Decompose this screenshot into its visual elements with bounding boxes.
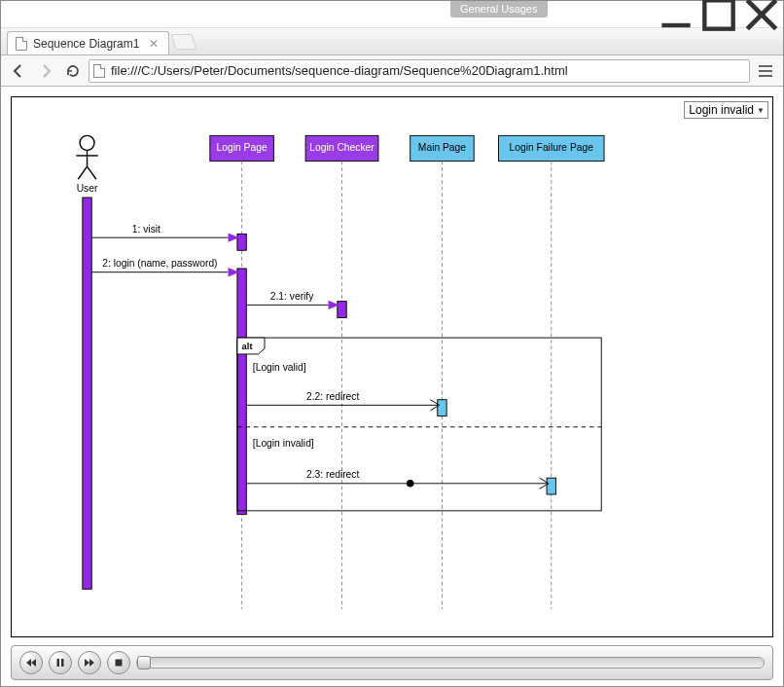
activation-login-checker bbox=[338, 302, 346, 318]
svg-text:[Login invalid]: [Login invalid] bbox=[253, 438, 314, 449]
window-titlebar: General Usages bbox=[1, 1, 783, 28]
scenario-dropdown[interactable]: Login invalid bbox=[684, 101, 768, 119]
svg-line-8 bbox=[88, 166, 96, 179]
address-bar[interactable]: file:///C:/Users/Peter/Documents/sequenc… bbox=[89, 59, 750, 83]
svg-text:2.1: verify: 2.1: verify bbox=[270, 291, 314, 302]
svg-rect-43 bbox=[61, 659, 64, 667]
tab-title: Sequence Diagram1 bbox=[33, 37, 139, 51]
maximize-button[interactable] bbox=[697, 1, 740, 27]
svg-text:Main Page: Main Page bbox=[418, 142, 466, 153]
svg-text:Login Checker: Login Checker bbox=[309, 142, 374, 153]
back-button[interactable] bbox=[7, 59, 30, 83]
msg-verify: 2.1: verify bbox=[246, 291, 339, 309]
pause-button[interactable] bbox=[49, 651, 72, 674]
sequence-diagram: User Login Page Login Checker Main Page bbox=[12, 127, 772, 636]
activation-main-page bbox=[438, 400, 446, 416]
activation-user bbox=[83, 198, 91, 589]
msg-redirect-failure: 2.3: redirect bbox=[246, 469, 549, 488]
page-icon bbox=[16, 37, 27, 51]
lifeline-login-checker: Login Checker bbox=[305, 135, 378, 161]
svg-rect-46 bbox=[116, 660, 123, 667]
svg-text:1: visit: 1: visit bbox=[132, 224, 160, 235]
svg-marker-45 bbox=[89, 659, 94, 667]
taskbar-thumbnail-label: General Usages bbox=[450, 1, 548, 18]
progress-thumb[interactable] bbox=[137, 656, 151, 669]
svg-rect-42 bbox=[57, 659, 60, 667]
player-bar bbox=[11, 645, 773, 680]
progress-track[interactable] bbox=[136, 657, 765, 669]
svg-text:Login Page: Login Page bbox=[217, 142, 267, 153]
activation-login-page-1 bbox=[237, 234, 246, 250]
window-controls bbox=[655, 1, 783, 27]
svg-rect-1 bbox=[704, 0, 732, 28]
new-tab-button[interactable] bbox=[171, 34, 197, 50]
reload-button[interactable] bbox=[61, 59, 85, 83]
svg-marker-44 bbox=[85, 659, 89, 667]
svg-text:2.3: redirect: 2.3: redirect bbox=[306, 469, 359, 480]
svg-text:Login Failure Page: Login Failure Page bbox=[510, 142, 594, 153]
minimize-button[interactable] bbox=[655, 1, 697, 27]
lifeline-main-page: Main Page bbox=[410, 135, 475, 161]
lifeline-login-page: Login Page bbox=[210, 135, 274, 161]
close-button[interactable] bbox=[740, 1, 783, 27]
lifeline-login-failure-page: Login Failure Page bbox=[498, 135, 604, 161]
stop-button[interactable] bbox=[107, 651, 130, 674]
activation-login-failure bbox=[547, 478, 555, 494]
fast-forward-button[interactable] bbox=[78, 651, 101, 674]
close-tab-icon[interactable]: ✕ bbox=[149, 38, 159, 50]
msg-visit: 1: visit bbox=[91, 224, 239, 242]
browser-window: General Usages Sequence Diagram1 ✕ bbox=[0, 0, 784, 687]
diagram-frame: Login invalid User Login Page bbox=[11, 96, 773, 637]
msg-redirect-main: 2.2: redirect bbox=[246, 391, 439, 411]
activation-login-page-2 bbox=[237, 269, 246, 515]
svg-text:2.2: redirect: 2.2: redirect bbox=[306, 391, 359, 402]
forward-button[interactable] bbox=[34, 59, 57, 83]
hamburger-menu-button[interactable] bbox=[754, 59, 777, 83]
actor-user: User bbox=[76, 135, 98, 194]
svg-marker-41 bbox=[31, 659, 36, 667]
page-viewport: Login invalid User Login Page bbox=[1, 87, 783, 686]
page-icon bbox=[93, 64, 105, 78]
actor-label: User bbox=[77, 183, 98, 194]
svg-line-7 bbox=[78, 166, 87, 179]
svg-marker-40 bbox=[26, 659, 31, 667]
rewind-button[interactable] bbox=[19, 651, 43, 674]
url-text: file:///C:/Users/Peter/Documents/sequenc… bbox=[111, 63, 568, 78]
scenario-selected: Login invalid bbox=[689, 103, 754, 117]
svg-text:[Login valid]: [Login valid] bbox=[253, 362, 306, 373]
msg-login: 2: login (name, password) bbox=[91, 258, 239, 276]
svg-point-4 bbox=[80, 135, 94, 150]
tab-sequence-diagram[interactable]: Sequence Diagram1 ✕ bbox=[7, 31, 169, 54]
svg-text:alt: alt bbox=[242, 342, 253, 351]
browser-toolbar: file:///C:/Users/Peter/Documents/sequenc… bbox=[1, 55, 783, 87]
svg-text:2: login (name, password): 2: login (name, password) bbox=[102, 258, 217, 269]
